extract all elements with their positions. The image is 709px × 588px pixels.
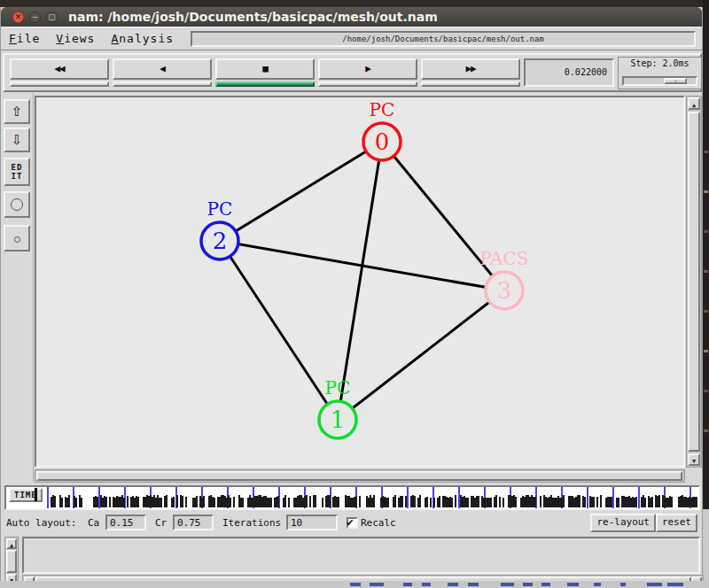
step-back-indicator [113,81,212,87]
desktop-background-top [0,0,709,7]
zoom-out-button[interactable]: ⇩ [4,128,30,152]
annotation-listbox[interactable] [22,537,700,574]
zoom-in-icon: ⇧ [5,101,28,122]
fast-forward-cell: ▶▶ [421,58,520,87]
zoom-in-button[interactable]: ⇧ [4,99,30,124]
recalc-checkbox[interactable]: ✔ [347,517,358,529]
edit-button[interactable]: ED IT [4,158,30,186]
relayout-button[interactable]: re-layout [590,514,656,532]
cr-input[interactable] [173,514,214,530]
iterations-label: Iterations [222,517,281,529]
scroll-down-icon[interactable]: ▼ [688,453,700,466]
step-label: Step: 2.0ms [619,58,701,68]
node-2-number: 2 [213,228,228,254]
nam-window: ✕ − ▢ nam: /home/josh/Documents/basicpac… [0,7,703,581]
play-button[interactable]: ▶ [318,58,417,80]
rewind-button[interactable]: ◀◀ [10,58,109,80]
play-cell: ▶ [318,58,417,87]
reset-button[interactable]: reset [656,514,697,532]
network-canvas[interactable]: 0PC1PC2PC3PACS [35,96,685,468]
scroll-up-icon[interactable]: ▲ [6,538,17,549]
node-3-number: 3 [497,277,512,304]
edit-label-line2: IT [5,172,28,181]
canvas-horizontal-scrollbar[interactable] [35,469,685,483]
step-back-button[interactable]: ◀ [113,58,212,80]
rewind-indicator [10,81,109,87]
edit-label-line1: ED [5,163,28,172]
fast-forward-button[interactable]: ▶▶ [421,58,520,80]
link-2-3[interactable] [220,241,504,290]
link-0-2[interactable] [220,142,382,241]
vertical-scroll-thumb[interactable] [688,112,700,452]
zoom-out-icon: ⇩ [5,129,28,151]
auto-layout-label: Auto layout: [6,517,76,529]
recalc-label: Recalc [361,517,396,529]
node-0-label: PC [370,99,395,120]
playback-toolbar: ◀◀ ◀ ■ ▶ ▶▶ 0.022000 Step: 2.0ms [3,53,702,92]
cr-label: Cr [155,517,167,529]
canvas-vertical-scrollbar[interactable]: ▲ ▼ [686,96,702,468]
step-control: Step: 2.0ms [618,57,702,89]
rewind-cell: ◀◀ [10,58,109,87]
time-marker [35,488,37,501]
annotation-vertical-scrollbar[interactable]: ▲ ▼ [4,537,19,586]
background-window-strip [0,581,709,588]
menu-bar: File Views Analysis /home/josh/Documents… [1,27,702,50]
small-node-tool-button[interactable] [4,225,30,251]
minimize-icon[interactable]: − [29,12,41,23]
ca-input[interactable] [105,514,146,530]
checkmark-icon: ✔ [347,515,354,529]
node-3-label: PACS [479,248,528,269]
desktop-background-right [703,0,709,509]
close-icon[interactable]: ✕ [12,12,24,23]
maximize-icon[interactable]: ▢ [46,12,58,23]
iterations-input[interactable] [286,514,338,530]
stop-button[interactable]: ■ [215,58,315,80]
step-back-cell: ◀ [113,58,212,87]
play-indicator [318,81,417,87]
scroll-up-icon[interactable]: ▲ [688,97,700,110]
stop-indicator [215,81,315,87]
link-3-1[interactable] [338,290,504,420]
trace-file-path: /home/josh/Documents/basicpac/mesh/out.n… [191,31,696,47]
node-1-label: PC [325,377,351,398]
large-circle-icon [11,198,23,211]
annotation-vscroll-thumb[interactable] [6,550,17,573]
link-2-1[interactable] [220,241,338,420]
side-toolbar: ⇧ ⇩ ED IT [1,92,34,482]
menu-analysis[interactable]: Analysis [103,30,182,47]
topology-graph: 0PC1PC2PC3PACS [36,97,683,462]
small-circle-icon [14,236,20,243]
window-title: nam: /home/josh/Documents/basicpac/mesh/… [68,10,438,24]
stop-cell: ■ [215,58,315,87]
auto-layout-bar: Auto layout: Ca Cr Iterations ✔ Recalc r… [6,514,700,533]
time-slider-handle[interactable]: TIME [9,488,43,502]
node-0-number: 0 [375,128,390,155]
ca-label: Ca [88,517,99,529]
step-slider-handle[interactable] [664,78,687,84]
menu-file[interactable]: File [1,30,48,47]
titlebar[interactable]: ✕ − ▢ nam: /home/josh/Documents/basicpac… [1,7,702,27]
menu-views[interactable]: Views [48,30,103,47]
horizontal-scroll-thumb[interactable] [36,471,682,481]
timeline-ticks: TIME [6,487,698,508]
large-node-tool-button[interactable] [4,191,30,218]
step-slider[interactable] [622,76,697,86]
node-2-label: PC [207,198,233,220]
node-1-number: 1 [331,406,346,433]
fast-forward-indicator [421,81,520,87]
sim-time-display: 0.022000 [524,58,614,87]
packet-timeline[interactable]: TIME [4,485,700,510]
